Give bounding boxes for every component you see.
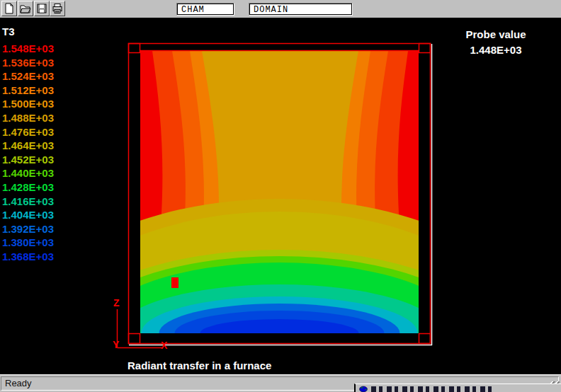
corner-handle — [129, 44, 140, 53]
new-button[interactable] — [1, 1, 17, 16]
domain-field-value: DOMAIN — [249, 4, 352, 15]
partial-window-title-fragments — [371, 386, 492, 392]
print-icon — [52, 3, 63, 14]
app-window: CHAM DOMAIN T3 1.548E+03 1.536E+03 1.524… — [0, 0, 561, 392]
axis-y-label: Y — [113, 340, 119, 350]
probe-marker[interactable] — [171, 277, 178, 288]
domain-field[interactable]: DOMAIN — [249, 3, 353, 16]
open-button[interactable] — [18, 1, 33, 16]
print-button[interactable] — [50, 1, 65, 16]
axis-x-label: X — [161, 340, 167, 350]
axis-z-label: Z — [113, 298, 120, 308]
cham-field-value: CHAM — [177, 4, 234, 15]
save-icon — [36, 3, 47, 14]
save-button[interactable] — [34, 1, 50, 16]
contour-field — [25, 51, 535, 374]
corner-handle — [419, 334, 431, 344]
partial-background-window[interactable] — [354, 384, 561, 392]
corner-handle — [419, 44, 431, 53]
contour-plot[interactable] — [0, 18, 561, 374]
open-folder-icon — [20, 3, 31, 14]
cham-field[interactable]: CHAM — [176, 3, 234, 16]
app-icon — [359, 386, 368, 392]
new-document-icon — [4, 3, 15, 14]
corner-handle — [129, 334, 140, 344]
plot-caption: Radiant transfer in a furnace — [128, 359, 271, 371]
toolbar: CHAM DOMAIN — [0, 0, 561, 18]
